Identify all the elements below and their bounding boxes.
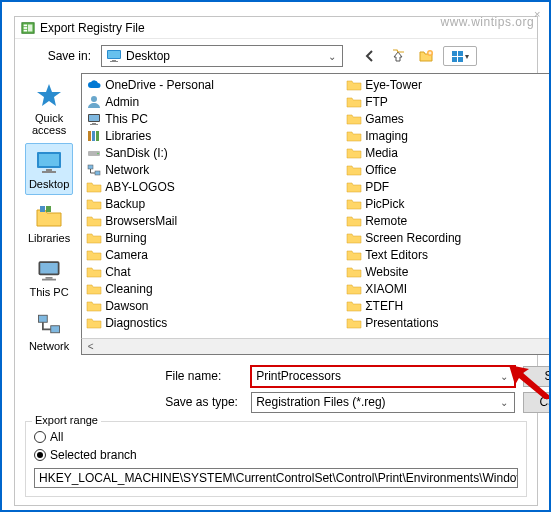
save-as-type-dropdown[interactable]: Registration Files (*.reg) ⌄ [251,392,515,413]
list-item[interactable]: ABY-LOGOS [84,178,340,195]
folder-icon [346,145,362,161]
list-item[interactable]: Network [84,161,340,178]
svg-rect-33 [88,165,93,169]
file-list[interactable]: OneDrive - PersonalAdminThis PCLibraries… [81,73,551,338]
list-item[interactable]: Imaging [344,127,551,144]
list-item[interactable]: BrowsersMail [84,212,340,229]
svg-rect-8 [110,61,118,62]
list-item-label: This PC [105,112,148,126]
list-item-label: Libraries [105,129,151,143]
radio-selected-label: Selected branch [50,448,137,462]
folder-icon [86,281,102,297]
list-item-label: Presentations [365,316,438,330]
folder-icon [86,315,102,331]
folder-icon [346,94,362,110]
list-item[interactable]: This PC [84,110,340,127]
svg-rect-26 [92,123,96,124]
folder-icon [86,264,102,280]
folder-icon [346,315,362,331]
list-item[interactable]: Camera [84,246,340,263]
list-item-label: Remote [365,214,407,228]
list-item-label: Camera [105,248,148,262]
list-item[interactable]: Admin [84,93,340,110]
list-item[interactable]: XIAOMI [344,280,551,297]
svg-rect-4 [28,24,32,31]
svg-rect-6 [108,51,120,58]
folder-icon [86,213,102,229]
chevron-down-icon: ⌄ [498,397,510,408]
list-item[interactable]: PDF [344,178,551,195]
svg-rect-12 [39,154,59,166]
folder-icon [86,179,102,195]
sidebar-item-desktop[interactable]: Desktop [25,143,73,195]
libs-icon [86,128,102,144]
up-button[interactable] [387,46,409,66]
list-item-label: XIAOMI [365,282,407,296]
svg-rect-3 [24,29,28,31]
sidebar-item-libraries[interactable]: Libraries [25,197,73,249]
svg-rect-34 [95,171,100,175]
save-in-dropdown[interactable]: Desktop ⌄ [101,45,343,67]
scroll-left-button[interactable]: < [82,339,99,354]
list-item-label: Diagnostics [105,316,167,330]
list-item-label: Burning [105,231,146,245]
folder-icon [346,196,362,212]
save-as-type-value: Registration Files (*.reg) [256,395,498,409]
list-item[interactable]: FTP [344,93,551,110]
list-item-label: Network [105,163,149,177]
sidebar-item-label: This PC [30,286,69,298]
chevron-down-icon: ⌄ [498,371,510,382]
list-item[interactable]: Remote [344,212,551,229]
list-item[interactable]: Chat [84,263,340,280]
export-range-group: Export range All Selected branch HKEY_LO… [25,421,527,497]
cancel-button[interactable]: Cancel [523,392,551,413]
branch-path-input[interactable]: HKEY_LOCAL_MACHINE\SYSTEM\CurrentControl… [34,468,518,488]
views-button[interactable]: ▾ [443,46,477,66]
list-item[interactable]: Media [344,144,551,161]
radio-selected-branch[interactable]: Selected branch [34,446,518,464]
folder-icon [346,162,362,178]
sidebar-item-network[interactable]: Network [25,305,73,357]
new-folder-button[interactable] [415,46,437,66]
desktop-icon [106,48,122,64]
sidebar-item-quick-access[interactable]: Quick access [25,77,73,141]
sidebar-item-label: Libraries [28,232,70,244]
list-item[interactable]: Text Editors [344,246,551,263]
sidebar-item-this-pc[interactable]: This PC [25,251,73,303]
list-item[interactable]: Presentations [344,314,551,331]
sidebar-item-label: Desktop [29,178,69,190]
file-name-value: PrintProcessors [256,369,498,383]
list-item-label: Eye-Tower [365,78,422,92]
list-item[interactable]: Website [344,263,551,280]
list-item[interactable]: Cleaning [84,280,340,297]
file-name-input[interactable]: PrintProcessors ⌄ [251,366,515,387]
list-item[interactable]: Games [344,110,551,127]
list-item[interactable]: ΣΤΕΓΗ [344,297,551,314]
list-item[interactable]: Backup [84,195,340,212]
list-item[interactable]: Screen Recording [344,229,551,246]
svg-rect-20 [42,279,56,281]
list-item[interactable]: PicPick [344,195,551,212]
list-item[interactable]: OneDrive - Personal [84,76,340,93]
list-item[interactable]: Office [344,161,551,178]
svg-rect-13 [46,169,52,171]
list-item[interactable]: Diagnostics [84,314,340,331]
list-item[interactable]: Libraries [84,127,340,144]
folder-icon [346,281,362,297]
list-item[interactable]: Eye-Tower [344,76,551,93]
list-item[interactable]: Dawson [84,297,340,314]
list-item[interactable]: Burning [84,229,340,246]
svg-rect-14 [42,171,56,173]
list-item-label: Games [365,112,404,126]
back-button[interactable] [359,46,381,66]
folder-icon [86,230,102,246]
svg-rect-21 [39,316,48,323]
save-button[interactable]: Save [523,366,551,387]
svg-rect-29 [92,131,95,141]
list-item[interactable]: SanDisk (I:) [84,144,340,161]
radio-all[interactable]: All [34,428,518,446]
sidebar-item-label: Network [29,340,69,352]
horizontal-scrollbar[interactable]: < > [81,338,551,355]
list-item-label: Dawson [105,299,148,313]
svg-rect-25 [89,115,99,121]
